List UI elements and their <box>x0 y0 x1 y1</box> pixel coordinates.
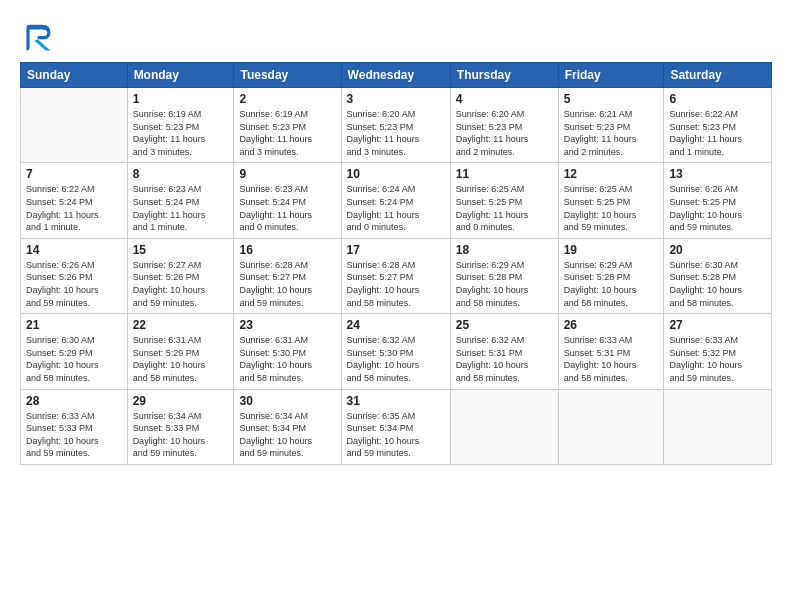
calendar-cell: 15Sunrise: 6:27 AM Sunset: 5:26 PM Dayli… <box>127 238 234 313</box>
day-number: 1 <box>133 92 229 106</box>
calendar-cell: 5Sunrise: 6:21 AM Sunset: 5:23 PM Daylig… <box>558 88 664 163</box>
day-info: Sunrise: 6:25 AM Sunset: 5:25 PM Dayligh… <box>564 183 659 233</box>
day-number: 11 <box>456 167 553 181</box>
calendar-cell: 28Sunrise: 6:33 AM Sunset: 5:33 PM Dayli… <box>21 389 128 464</box>
day-info: Sunrise: 6:23 AM Sunset: 5:24 PM Dayligh… <box>239 183 335 233</box>
calendar-week-row: 7Sunrise: 6:22 AM Sunset: 5:24 PM Daylig… <box>21 163 772 238</box>
day-info: Sunrise: 6:27 AM Sunset: 5:26 PM Dayligh… <box>133 259 229 309</box>
day-number: 25 <box>456 318 553 332</box>
day-number: 19 <box>564 243 659 257</box>
calendar-cell: 22Sunrise: 6:31 AM Sunset: 5:29 PM Dayli… <box>127 314 234 389</box>
calendar-week-row: 1Sunrise: 6:19 AM Sunset: 5:23 PM Daylig… <box>21 88 772 163</box>
calendar-cell: 2Sunrise: 6:19 AM Sunset: 5:23 PM Daylig… <box>234 88 341 163</box>
day-number: 2 <box>239 92 335 106</box>
day-info: Sunrise: 6:23 AM Sunset: 5:24 PM Dayligh… <box>133 183 229 233</box>
calendar-cell: 9Sunrise: 6:23 AM Sunset: 5:24 PM Daylig… <box>234 163 341 238</box>
weekday-header-thursday: Thursday <box>450 63 558 88</box>
day-info: Sunrise: 6:31 AM Sunset: 5:30 PM Dayligh… <box>239 334 335 384</box>
day-number: 28 <box>26 394 122 408</box>
day-info: Sunrise: 6:33 AM Sunset: 5:31 PM Dayligh… <box>564 334 659 384</box>
day-number: 24 <box>347 318 445 332</box>
calendar-cell: 11Sunrise: 6:25 AM Sunset: 5:25 PM Dayli… <box>450 163 558 238</box>
calendar-cell: 29Sunrise: 6:34 AM Sunset: 5:33 PM Dayli… <box>127 389 234 464</box>
day-number: 16 <box>239 243 335 257</box>
day-info: Sunrise: 6:29 AM Sunset: 5:28 PM Dayligh… <box>456 259 553 309</box>
calendar-cell: 20Sunrise: 6:30 AM Sunset: 5:28 PM Dayli… <box>664 238 772 313</box>
day-info: Sunrise: 6:34 AM Sunset: 5:33 PM Dayligh… <box>133 410 229 460</box>
calendar-cell: 6Sunrise: 6:22 AM Sunset: 5:23 PM Daylig… <box>664 88 772 163</box>
day-number: 31 <box>347 394 445 408</box>
calendar-cell: 27Sunrise: 6:33 AM Sunset: 5:32 PM Dayli… <box>664 314 772 389</box>
calendar-cell: 12Sunrise: 6:25 AM Sunset: 5:25 PM Dayli… <box>558 163 664 238</box>
day-info: Sunrise: 6:34 AM Sunset: 5:34 PM Dayligh… <box>239 410 335 460</box>
day-number: 9 <box>239 167 335 181</box>
day-number: 3 <box>347 92 445 106</box>
calendar-cell: 16Sunrise: 6:28 AM Sunset: 5:27 PM Dayli… <box>234 238 341 313</box>
day-info: Sunrise: 6:30 AM Sunset: 5:29 PM Dayligh… <box>26 334 122 384</box>
day-info: Sunrise: 6:32 AM Sunset: 5:31 PM Dayligh… <box>456 334 553 384</box>
day-info: Sunrise: 6:29 AM Sunset: 5:28 PM Dayligh… <box>564 259 659 309</box>
calendar-cell: 10Sunrise: 6:24 AM Sunset: 5:24 PM Dayli… <box>341 163 450 238</box>
day-info: Sunrise: 6:28 AM Sunset: 5:27 PM Dayligh… <box>347 259 445 309</box>
calendar-cell: 19Sunrise: 6:29 AM Sunset: 5:28 PM Dayli… <box>558 238 664 313</box>
day-info: Sunrise: 6:31 AM Sunset: 5:29 PM Dayligh… <box>133 334 229 384</box>
logo <box>20 20 54 52</box>
calendar-cell: 26Sunrise: 6:33 AM Sunset: 5:31 PM Dayli… <box>558 314 664 389</box>
day-number: 15 <box>133 243 229 257</box>
day-number: 21 <box>26 318 122 332</box>
day-info: Sunrise: 6:20 AM Sunset: 5:23 PM Dayligh… <box>456 108 553 158</box>
day-info: Sunrise: 6:19 AM Sunset: 5:23 PM Dayligh… <box>133 108 229 158</box>
day-number: 23 <box>239 318 335 332</box>
day-number: 22 <box>133 318 229 332</box>
page-container: SundayMondayTuesdayWednesdayThursdayFrid… <box>0 0 792 475</box>
calendar-cell: 13Sunrise: 6:26 AM Sunset: 5:25 PM Dayli… <box>664 163 772 238</box>
weekday-header-sunday: Sunday <box>21 63 128 88</box>
calendar-cell: 21Sunrise: 6:30 AM Sunset: 5:29 PM Dayli… <box>21 314 128 389</box>
page-header <box>20 16 772 52</box>
weekday-header-wednesday: Wednesday <box>341 63 450 88</box>
day-info: Sunrise: 6:35 AM Sunset: 5:34 PM Dayligh… <box>347 410 445 460</box>
calendar-cell: 3Sunrise: 6:20 AM Sunset: 5:23 PM Daylig… <box>341 88 450 163</box>
day-number: 12 <box>564 167 659 181</box>
calendar-cell: 24Sunrise: 6:32 AM Sunset: 5:30 PM Dayli… <box>341 314 450 389</box>
day-info: Sunrise: 6:22 AM Sunset: 5:23 PM Dayligh… <box>669 108 766 158</box>
day-info: Sunrise: 6:28 AM Sunset: 5:27 PM Dayligh… <box>239 259 335 309</box>
day-info: Sunrise: 6:33 AM Sunset: 5:32 PM Dayligh… <box>669 334 766 384</box>
day-number: 8 <box>133 167 229 181</box>
calendar-week-row: 21Sunrise: 6:30 AM Sunset: 5:29 PM Dayli… <box>21 314 772 389</box>
calendar-cell: 25Sunrise: 6:32 AM Sunset: 5:31 PM Dayli… <box>450 314 558 389</box>
day-number: 18 <box>456 243 553 257</box>
day-info: Sunrise: 6:19 AM Sunset: 5:23 PM Dayligh… <box>239 108 335 158</box>
day-number: 13 <box>669 167 766 181</box>
day-info: Sunrise: 6:33 AM Sunset: 5:33 PM Dayligh… <box>26 410 122 460</box>
day-number: 27 <box>669 318 766 332</box>
day-info: Sunrise: 6:24 AM Sunset: 5:24 PM Dayligh… <box>347 183 445 233</box>
calendar-cell: 8Sunrise: 6:23 AM Sunset: 5:24 PM Daylig… <box>127 163 234 238</box>
calendar-cell <box>558 389 664 464</box>
calendar-cell: 23Sunrise: 6:31 AM Sunset: 5:30 PM Dayli… <box>234 314 341 389</box>
weekday-header-tuesday: Tuesday <box>234 63 341 88</box>
calendar-week-row: 28Sunrise: 6:33 AM Sunset: 5:33 PM Dayli… <box>21 389 772 464</box>
day-number: 7 <box>26 167 122 181</box>
day-number: 20 <box>669 243 766 257</box>
day-number: 5 <box>564 92 659 106</box>
day-info: Sunrise: 6:21 AM Sunset: 5:23 PM Dayligh… <box>564 108 659 158</box>
day-info: Sunrise: 6:30 AM Sunset: 5:28 PM Dayligh… <box>669 259 766 309</box>
weekday-header-saturday: Saturday <box>664 63 772 88</box>
day-info: Sunrise: 6:26 AM Sunset: 5:26 PM Dayligh… <box>26 259 122 309</box>
day-number: 17 <box>347 243 445 257</box>
day-info: Sunrise: 6:20 AM Sunset: 5:23 PM Dayligh… <box>347 108 445 158</box>
calendar-table: SundayMondayTuesdayWednesdayThursdayFrid… <box>20 62 772 465</box>
calendar-cell <box>450 389 558 464</box>
calendar-cell: 17Sunrise: 6:28 AM Sunset: 5:27 PM Dayli… <box>341 238 450 313</box>
calendar-cell <box>21 88 128 163</box>
day-number: 26 <box>564 318 659 332</box>
calendar-cell: 30Sunrise: 6:34 AM Sunset: 5:34 PM Dayli… <box>234 389 341 464</box>
day-number: 29 <box>133 394 229 408</box>
calendar-cell: 4Sunrise: 6:20 AM Sunset: 5:23 PM Daylig… <box>450 88 558 163</box>
day-number: 10 <box>347 167 445 181</box>
calendar-week-row: 14Sunrise: 6:26 AM Sunset: 5:26 PM Dayli… <box>21 238 772 313</box>
day-info: Sunrise: 6:25 AM Sunset: 5:25 PM Dayligh… <box>456 183 553 233</box>
weekday-header-monday: Monday <box>127 63 234 88</box>
logo-icon <box>20 20 52 52</box>
